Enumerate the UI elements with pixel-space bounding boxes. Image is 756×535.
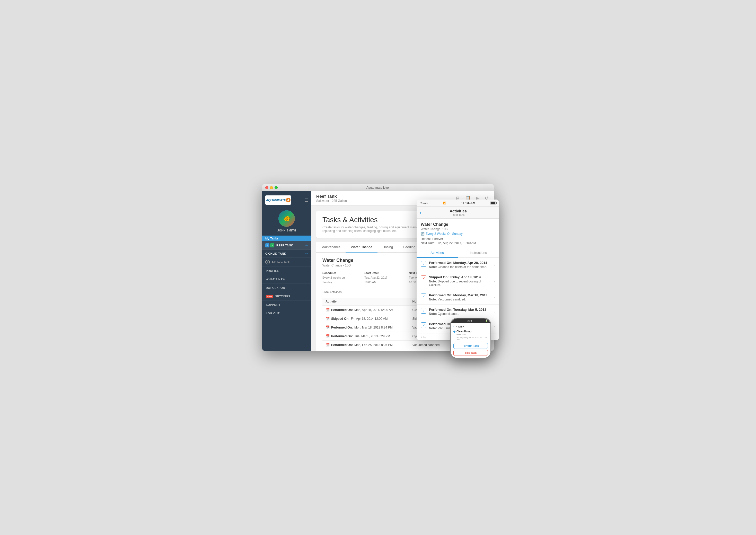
phone-nav-sub: Reef Tank xyxy=(423,213,493,216)
fullscreen-button[interactable] xyxy=(275,186,278,189)
check-mark: ✕ xyxy=(422,276,425,280)
check-icon: ✓ xyxy=(421,308,426,314)
edit-icon-cichlid[interactable]: ✏ xyxy=(306,252,308,255)
badge-count: 1 xyxy=(270,243,274,247)
phone-tab-instructions[interactable]: Instructions xyxy=(458,248,499,258)
chevron-right-icon: › xyxy=(494,310,495,314)
chevron-right-icon: › xyxy=(494,295,495,299)
schedule-label: Schedule: xyxy=(322,271,349,274)
phone-activity-content: Performed On: Monday, Mar 18, 2013 Note:… xyxy=(429,293,491,301)
activity-date-label: Performed On: xyxy=(331,334,353,338)
add-tank-label: Add New Tank... xyxy=(271,261,292,264)
app-logo: AQUARIMATE A xyxy=(265,195,291,205)
phone-navbar: ‹ Activities Reef Tank ··· xyxy=(417,207,499,219)
phone-nav-title: Activities Reef Tank xyxy=(423,209,493,216)
edit-icon[interactable]: ✏ xyxy=(306,243,308,247)
tank-subtitle: Saltwater - 225 Gallon xyxy=(316,199,347,203)
col-activity: Activity xyxy=(322,297,409,306)
watch-back-btn[interactable]: ‹ xyxy=(453,325,454,328)
activity-date-value: Tue, Mar 5, 2013 8:29 PM xyxy=(354,334,390,338)
hide-activities-button[interactable]: Hide Activities xyxy=(322,289,342,295)
activity-date-label: Performed On: xyxy=(331,308,353,312)
chevron-right-icon: › xyxy=(494,324,495,328)
calendar-icon: 📅 xyxy=(326,325,330,329)
phone-task-header: Water Change Water Change: 10G 🔄 Every 2… xyxy=(417,219,499,248)
tab-maintenance[interactable]: Maintenance xyxy=(316,242,346,253)
sidebar-item-cichlid-tank[interactable]: CICHLID TANK ✏ xyxy=(262,250,311,258)
watch-perform-button[interactable]: Perform Task xyxy=(453,343,488,349)
close-button[interactable] xyxy=(265,186,268,189)
phone-task-name: Water Change xyxy=(421,222,495,227)
phone-activity-content: Skipped On: Friday, Apr 18, 2014 Note: S… xyxy=(429,275,491,287)
hamburger-menu[interactable]: ☰ xyxy=(304,198,308,203)
phone-battery-fill xyxy=(491,202,495,204)
activity-date-label: Performed On: xyxy=(331,343,353,347)
activity-cell: 📅 Performed On: Tue, Mar 5, 2013 8:29 PM xyxy=(322,332,409,341)
phone-next-date: Next Date: Tue, Aug 22, 2017, 10:00 AM xyxy=(421,241,495,245)
add-tank-button[interactable]: + Add New Tank... xyxy=(262,258,311,267)
sidebar-item-whats-new[interactable]: WHAT'S NEW xyxy=(262,275,311,283)
sidebar-item-logout[interactable]: LOG OUT xyxy=(262,309,311,318)
traffic-lights xyxy=(265,186,278,189)
repeat-icon: 🔄 xyxy=(421,232,424,236)
activity-title: Performed On: Monday, Apr 28, 2014 xyxy=(429,261,491,265)
tank-title-group: Reef Tank Saltwater - 225 Gallon xyxy=(316,194,347,203)
logo-badge: A xyxy=(286,198,290,202)
start-date-group: Start Date: Tue, Aug 22, 2017 10:00 AM xyxy=(364,271,393,284)
sidebar-item-reef-tank[interactable]: 3 1 REEF TANK ✏ xyxy=(262,241,311,250)
phone-activity-content: Performed On: Monday, Apr 28, 2014 Note:… xyxy=(429,261,491,269)
logout-label: LOG OUT xyxy=(266,312,280,315)
watch-content: ‹ < TASK Clean Pump Reef Tank Sunday, Au… xyxy=(451,323,491,358)
activity-date-label: Performed On: xyxy=(331,326,353,329)
watch-task-name: Clean Pump xyxy=(453,330,488,333)
phone-activity-item[interactable]: ✓ Performed On: Monday, Apr 28, 2014 Not… xyxy=(417,258,499,272)
watch-dot xyxy=(453,330,455,333)
activity-cell: 📅 Performed On: Mon, Apr 28, 2014 12:00 … xyxy=(322,306,409,314)
phone-tab-activities[interactable]: Activities xyxy=(417,248,458,258)
phone-back-button[interactable]: ‹ xyxy=(420,210,421,215)
phone-task-details: Repeat: Forever Next Date: Tue, Aug 22, … xyxy=(421,237,495,245)
watch-header: ‹ < TASK xyxy=(453,325,488,328)
check-icon: ✓ xyxy=(421,261,426,267)
phone-activity-item[interactable]: ✓ Performed On: Tuesday, Mar 5, 2013 Not… xyxy=(417,305,499,319)
activity-note: Note: Vacuumed sandbed. xyxy=(429,297,491,301)
phone-tabs: Activities Instructions xyxy=(417,248,499,258)
activity-date: 📅 Performed On: Mon, Apr 28, 2014 12:00 … xyxy=(326,308,406,312)
chevron-right-icon: › xyxy=(494,263,495,267)
schedule-group: Schedule: Every 2 weeks on Sunday xyxy=(322,271,349,284)
activity-title: Performed On: Tuesday, Mar 5, 2013 xyxy=(429,308,491,312)
activity-title: Skipped On: Friday, Apr 18, 2014 xyxy=(429,275,491,279)
activity-cell: 📅 Performed On: Mon, Mar 18, 2013 8:34 P… xyxy=(322,323,409,332)
check-mark: ✓ xyxy=(422,262,425,266)
watch-battery-icon: 🔋 xyxy=(485,320,488,322)
tab-dosing[interactable]: Dosing xyxy=(377,242,398,253)
activity-date: 📅 Performed On: Tue, Mar 5, 2013 8:29 PM xyxy=(326,334,406,338)
window-title: Aquarimate Live! xyxy=(366,186,390,189)
tank-name-cichlid: CICHLID TANK xyxy=(265,252,306,255)
sidebar-item-settings[interactable]: NEW SETTINGS xyxy=(262,292,311,300)
activity-date: 📅 Performed On: Mon, Mar 18, 2013 8:34 P… xyxy=(326,325,406,329)
support-label: SUPPORT xyxy=(266,303,281,306)
settings-label: SETTINGS xyxy=(275,295,290,298)
watch-task-label: Clean Pump xyxy=(456,330,472,333)
minimize-button[interactable] xyxy=(270,186,273,189)
phone-menu-button[interactable]: ··· xyxy=(493,211,496,215)
phone-repeat: 🔄 Every 2 Weeks On Sunday xyxy=(421,232,495,236)
watch-skip-button[interactable]: Skip Task xyxy=(453,350,488,356)
sidebar-item-support[interactable]: SUPPORT xyxy=(262,300,311,309)
activity-date-value: Fri, Apr 18, 2014 12:00 AM xyxy=(351,317,388,321)
watch-tank-label: Reef Tank xyxy=(453,333,488,336)
tab-water-change[interactable]: Water Change xyxy=(346,242,377,253)
watch-status-bar: ‹ 3:32 🔋 xyxy=(451,319,491,323)
phone-activity-item[interactable]: ✓ Performed On: Monday, Mar 18, 2013 Not… xyxy=(417,290,499,305)
tank-name-reef: REEF TANK xyxy=(276,244,306,247)
tank-title: Reef Tank xyxy=(316,194,347,199)
watch-header-label: < TASK xyxy=(456,325,464,328)
phone-activity-item[interactable]: ✕ Skipped On: Friday, Apr 18, 2014 Note:… xyxy=(417,272,499,290)
calendar-icon: 📅 xyxy=(326,317,330,321)
chevron-right-icon: › xyxy=(494,279,495,283)
activity-date: 📅 Skipped On: Fri, Apr 18, 2014 12:00 AM xyxy=(326,317,406,321)
data-export-label: DATA EXPORT xyxy=(266,286,287,289)
sidebar-item-profile[interactable]: PROFILE xyxy=(262,267,311,275)
sidebar-item-data-export[interactable]: DATA EXPORT xyxy=(262,283,311,292)
